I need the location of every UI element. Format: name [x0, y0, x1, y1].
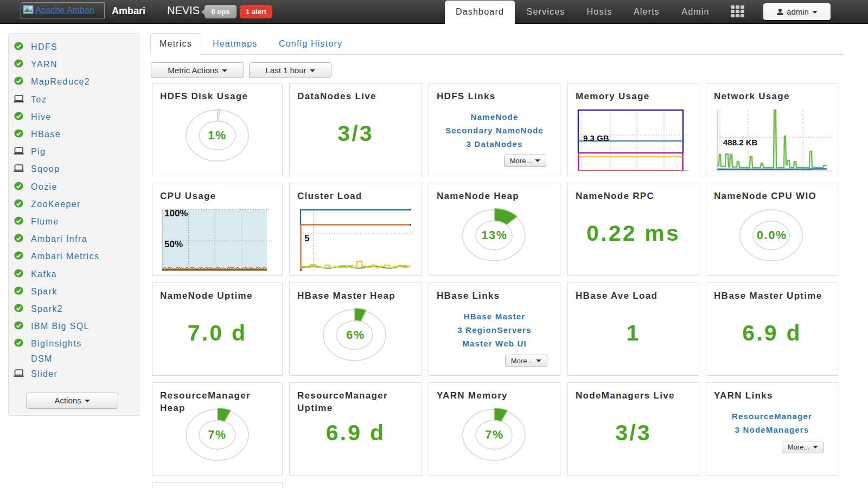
- svg-text:9.3 GB: 9.3 GB: [583, 133, 609, 143]
- svg-text:5: 5: [304, 233, 309, 243]
- svg-text:488.2 KB: 488.2 KB: [723, 138, 758, 147]
- svg-text:100%: 100%: [164, 208, 188, 219]
- svg-text:50%: 50%: [164, 239, 183, 249]
